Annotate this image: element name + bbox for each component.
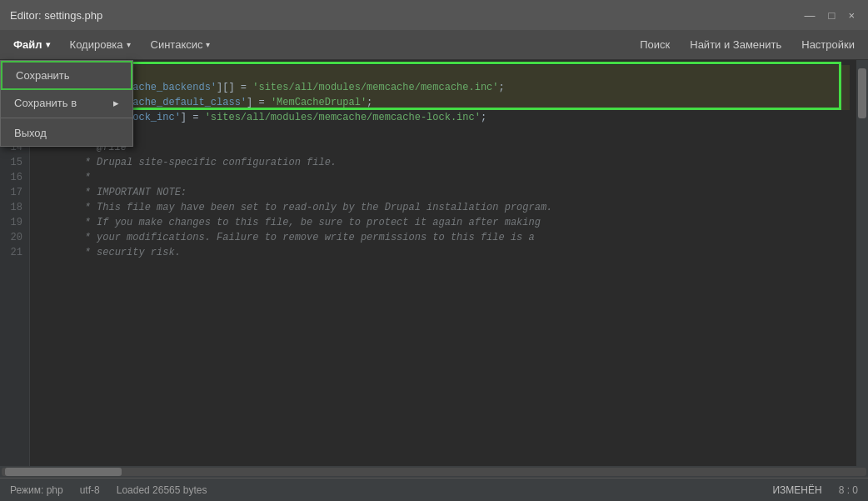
title-bar: Editor: settings.php — □ × <box>0 0 868 30</box>
code-line-1: $conf['cache_backends'][] = 'sites/all/m… <box>37 65 850 80</box>
menu-find-replace-label: Найти и Заменить <box>690 38 781 51</box>
save-label: Сохранить <box>16 69 70 82</box>
status-loaded: Loaded 26565 bytes <box>117 484 207 496</box>
status-encoding: utf-8 <box>80 484 100 496</box>
menu-bar: Файл ▾ Кодировка ▾ Синтаксис ▾ Поиск Най… <box>0 30 868 60</box>
exit-button[interactable]: Выход <box>1 120 132 146</box>
scrollbar-thumb[interactable] <box>858 68 866 118</box>
menu-syntax[interactable]: Синтаксис ▾ <box>141 35 221 54</box>
menu-syntax-arrow: ▾ <box>206 40 210 49</box>
menu-file-arrow: ▾ <box>46 40 50 49</box>
menu-search-label: Поиск <box>640 38 670 51</box>
h-scroll-thumb[interactable] <box>5 468 122 476</box>
code-line-13: * @file <box>37 125 850 140</box>
menu-settings-label: Настройки <box>801 38 855 51</box>
vertical-scrollbar[interactable] <box>856 60 868 466</box>
save-as-label: Сохранить в <box>14 97 77 109</box>
menu-file-label: Файл <box>13 38 42 51</box>
menu-syntax-label: Синтаксис <box>151 38 203 51</box>
window-controls: — □ × <box>801 9 858 22</box>
status-bar: Режим: php utf-8 Loaded 26565 bytes ИЗМЕ… <box>0 478 868 501</box>
status-changed: ИЗМЕНЁН <box>772 484 821 496</box>
window-title: Editor: settings.php <box>10 9 102 22</box>
status-position: 8 : 0 <box>839 484 858 496</box>
menu-encoding[interactable]: Кодировка ▾ <box>60 35 141 54</box>
menu-find-replace[interactable]: Найти и Заменить <box>680 35 791 54</box>
menu-encoding-label: Кодировка <box>70 38 123 51</box>
menu-settings[interactable]: Настройки <box>791 35 865 54</box>
menu-search[interactable]: Поиск <box>630 35 680 54</box>
save-as-button[interactable]: Сохранить в ▸ <box>1 90 132 116</box>
status-mode: Режим: php <box>10 484 63 496</box>
menu-encoding-arrow: ▾ <box>127 40 131 49</box>
close-button[interactable]: × <box>845 9 858 22</box>
exit-label: Выход <box>14 127 47 139</box>
horizontal-scrollbar[interactable] <box>0 466 868 478</box>
minimize-button[interactable]: — <box>801 9 819 22</box>
code-line-14: * Drupal site-specific configuration fil… <box>37 140 850 155</box>
file-dropdown-menu: Сохранить Сохранить в ▸ Выход <box>0 60 133 147</box>
save-button[interactable]: Сохранить <box>1 61 132 90</box>
save-as-arrow: ▸ <box>113 97 119 109</box>
menu-file[interactable]: Файл ▾ <box>3 35 60 54</box>
code-area[interactable]: $conf['cache_backends'][] = 'sites/all/m… <box>30 60 856 466</box>
code-line-16: * IMPORTANT NOTE: <box>37 170 850 185</box>
h-scroll-track[interactable] <box>2 468 866 476</box>
maximize-button[interactable]: □ <box>826 9 839 22</box>
